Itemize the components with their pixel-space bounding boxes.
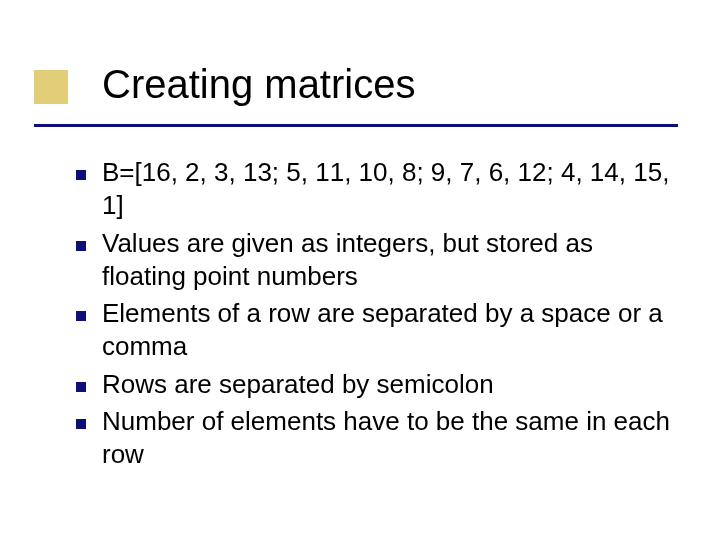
list-item: Rows are separated by semicolon	[76, 368, 682, 401]
bullet-icon	[76, 419, 86, 429]
bullet-icon	[76, 241, 86, 251]
accent-underline	[34, 124, 678, 127]
bullet-text: Number of elements have to be the same i…	[102, 405, 682, 472]
list-item: B=[16, 2, 3, 13; 5, 11, 10, 8; 9, 7, 6, …	[76, 156, 682, 223]
bullet-icon	[76, 311, 86, 321]
slide-title: Creating matrices	[102, 62, 415, 107]
bullet-icon	[76, 170, 86, 180]
bullet-icon	[76, 382, 86, 392]
list-item: Elements of a row are separated by a spa…	[76, 297, 682, 364]
bullet-text: Values are given as integers, but stored…	[102, 227, 682, 294]
accent-square	[34, 70, 68, 104]
bullet-text: B=[16, 2, 3, 13; 5, 11, 10, 8; 9, 7, 6, …	[102, 156, 682, 223]
bullet-text: Rows are separated by semicolon	[102, 368, 494, 401]
slide-body: B=[16, 2, 3, 13; 5, 11, 10, 8; 9, 7, 6, …	[76, 156, 682, 475]
list-item: Values are given as integers, but stored…	[76, 227, 682, 294]
bullet-text: Elements of a row are separated by a spa…	[102, 297, 682, 364]
slide: Creating matrices B=[16, 2, 3, 13; 5, 11…	[0, 0, 720, 540]
list-item: Number of elements have to be the same i…	[76, 405, 682, 472]
